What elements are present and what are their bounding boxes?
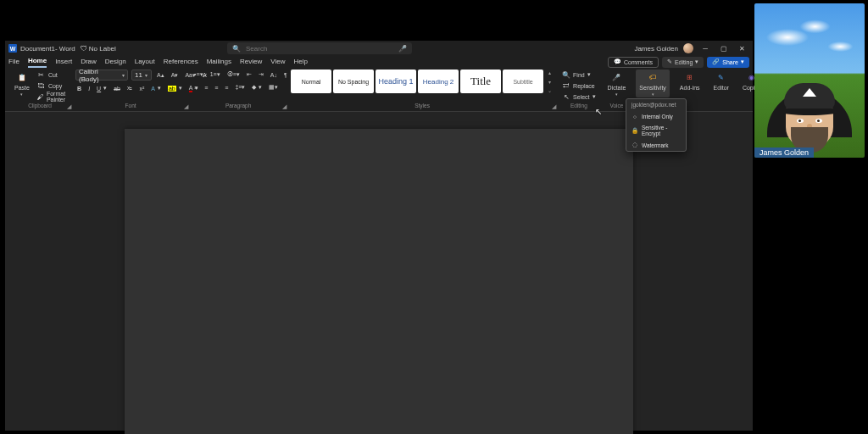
- search-icon: 🔍: [232, 45, 241, 53]
- style-heading2[interactable]: Heading 2: [418, 70, 459, 93]
- share-button[interactable]: 🔗 Share ▾: [707, 57, 749, 68]
- strikethrough-button[interactable]: ab: [112, 83, 122, 93]
- grow-font-button[interactable]: A▴: [155, 70, 166, 81]
- tab-file[interactable]: File: [8, 58, 19, 67]
- copy-button[interactable]: ⿻Copy: [36, 81, 69, 91]
- presenter-figure: [767, 91, 852, 147]
- styles-dialog-launcher[interactable]: ◢: [552, 103, 556, 110]
- line-spacing-button[interactable]: ‡≡▾: [233, 82, 247, 92]
- watermark-icon: ◌: [632, 142, 638, 148]
- styles-gallery: Normal No Spacing Heading 1 Heading 2 Ti…: [291, 70, 554, 93]
- bucket-icon: ◆: [252, 84, 256, 91]
- document-page[interactable]: [125, 129, 633, 434]
- paste-button[interactable]: 📋 Paste ▾: [11, 70, 33, 97]
- font-size-combo[interactable]: 11▾: [131, 70, 152, 81]
- justify-button[interactable]: ≡: [223, 82, 230, 92]
- tab-review[interactable]: Review: [240, 58, 262, 67]
- comments-button[interactable]: 💬 Comments: [608, 57, 659, 68]
- style-subtitle[interactable]: Subtitle: [503, 70, 543, 93]
- mic-icon[interactable]: 🎤: [398, 45, 407, 53]
- lock-icon: 🔒: [632, 127, 638, 134]
- minimize-button[interactable]: ─: [698, 41, 712, 56]
- dictate-button[interactable]: 🎤 Dictate ▾: [604, 70, 630, 97]
- bullets-button[interactable]: ▪≡▾: [192, 70, 205, 80]
- tab-view[interactable]: View: [270, 58, 285, 67]
- search-input[interactable]: [246, 45, 393, 53]
- tab-draw[interactable]: Draw: [81, 58, 97, 67]
- user-name[interactable]: James Golden: [634, 45, 678, 53]
- group-label-styles: Styles: [291, 103, 554, 111]
- tab-mailings[interactable]: Mailings: [207, 58, 231, 67]
- highlighter-icon: ab: [168, 86, 176, 92]
- clipboard-dialog-launcher[interactable]: ◢: [67, 103, 71, 110]
- shrink-font-button[interactable]: A▾: [170, 70, 181, 81]
- editing-mode-button[interactable]: ✎ Editing ▾: [662, 57, 704, 68]
- sensitivity-label-chip[interactable]: 🛡 No Label: [81, 45, 116, 53]
- align-center-button[interactable]: ≡: [203, 82, 209, 92]
- tab-insert[interactable]: Insert: [55, 58, 72, 67]
- multilevel-button[interactable]: ⦿≡▾: [225, 70, 242, 80]
- align-right-button[interactable]: ≡: [213, 82, 220, 92]
- dd-sensitive-encrypt[interactable]: 🔒Sensitive - Encrypt: [626, 122, 686, 139]
- dd-internal-only[interactable]: ○Internal Only: [626, 110, 686, 122]
- maximize-button[interactable]: ▢: [717, 41, 731, 56]
- close-button[interactable]: ✕: [736, 41, 749, 56]
- document-area: [5, 112, 753, 431]
- font-name-combo[interactable]: Calibri (Body)▾: [75, 70, 128, 81]
- paragraph-dialog-launcher[interactable]: ◢: [282, 103, 287, 110]
- decrease-indent-button[interactable]: ⇤: [245, 70, 253, 80]
- subscript-button[interactable]: x₂: [125, 83, 135, 93]
- tab-design[interactable]: Design: [105, 58, 126, 67]
- select-button[interactable]: ↖Select ▾: [560, 92, 597, 102]
- replace-icon: ⮂: [562, 81, 570, 90]
- document-name: Document1: [20, 45, 55, 53]
- font-dialog-launcher[interactable]: ◢: [184, 103, 188, 110]
- sort-button[interactable]: A↓: [269, 70, 279, 80]
- ribbon-tabs: File Home Insert Draw Design Layout Refe…: [5, 56, 753, 68]
- style-normal[interactable]: Normal: [291, 70, 331, 93]
- shading-button[interactable]: ◆▾: [250, 82, 264, 92]
- numbering-button[interactable]: 1≡▾: [209, 70, 222, 80]
- underline-button[interactable]: U▾: [95, 83, 108, 93]
- group-label-font: Font: [75, 103, 186, 111]
- sensitivity-dropdown: jgolden@pdox.net ○Internal Only 🔒Sensiti…: [626, 98, 687, 152]
- borders-button[interactable]: ▦▾: [267, 82, 280, 92]
- group-label-clipboard: Clipboard: [11, 103, 69, 111]
- clipboard-icon: 📋: [15, 70, 29, 84]
- find-button[interactable]: 🔍Find ▾: [560, 70, 597, 80]
- italic-button[interactable]: I: [86, 83, 92, 93]
- webcam-overlay: James Golden: [754, 3, 865, 158]
- style-no-spacing[interactable]: No Spacing: [333, 70, 374, 93]
- style-title[interactable]: Title: [460, 70, 501, 93]
- tab-help[interactable]: Help: [293, 58, 307, 67]
- group-editor: ✎ Editor: [707, 68, 736, 111]
- addins-icon: ⊞: [683, 70, 697, 84]
- group-label-editor: [710, 103, 732, 111]
- group-label-paragraph: Paragraph: [192, 103, 284, 111]
- style-heading1[interactable]: Heading 1: [376, 70, 416, 93]
- text-effects-button[interactable]: A▾: [149, 83, 163, 93]
- increase-indent-button[interactable]: ⇥: [257, 70, 265, 80]
- dd-watermark[interactable]: ◌Watermark: [626, 139, 686, 151]
- dropdown-header: jgolden@pdox.net: [626, 99, 686, 110]
- editor-button[interactable]: ✎ Editor: [710, 70, 732, 92]
- sensitivity-button[interactable]: 🏷 Sensitivity ▾: [636, 70, 670, 97]
- cut-button[interactable]: ✂Cut: [36, 70, 69, 80]
- bold-button[interactable]: B: [75, 83, 83, 93]
- avatar[interactable]: [683, 43, 693, 53]
- align-left-button[interactable]: ≡: [192, 82, 199, 92]
- addins-button[interactable]: ⊞ Add-ins: [676, 70, 704, 92]
- group-styles: Normal No Spacing Heading 1 Heading 2 Ti…: [287, 68, 557, 111]
- highlight-button[interactable]: ab▾: [166, 83, 184, 93]
- replace-button[interactable]: ⮂Replace: [560, 81, 597, 91]
- tab-home[interactable]: Home: [28, 57, 47, 68]
- editor-icon: ✎: [715, 70, 728, 84]
- tab-references[interactable]: References: [164, 58, 198, 67]
- search-box[interactable]: 🔍 🎤: [227, 42, 412, 54]
- group-font: Calibri (Body)▾ 11▾ A▴ A▾ Aa▾ A̷ B I U▾ …: [72, 68, 189, 111]
- styles-gallery-scroll[interactable]: ▴▾⌄: [545, 70, 554, 93]
- superscript-button[interactable]: x²: [137, 83, 146, 93]
- format-painter-button[interactable]: 🖌Format Painter: [36, 92, 69, 102]
- tab-layout[interactable]: Layout: [135, 58, 155, 67]
- mic-icon: 🎤: [609, 70, 623, 84]
